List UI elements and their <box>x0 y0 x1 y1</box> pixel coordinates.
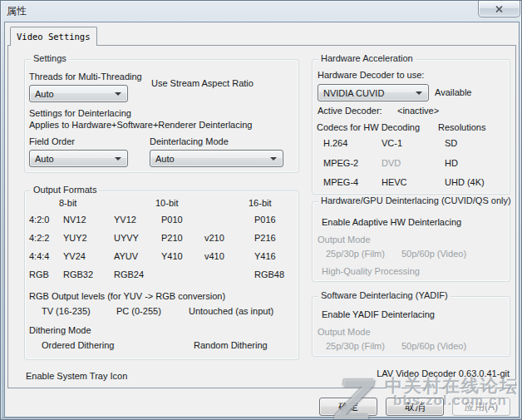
hw-decoder-label: Hardware Decoder to use: <box>318 70 424 80</box>
checkbox-hd[interactable]: HD <box>441 157 458 169</box>
checkbox-yv12[interactable]: YV12 <box>110 214 136 225</box>
radio-random-dithering[interactable]: Random Dithering <box>190 339 268 351</box>
checkbox-uhd-4k[interactable]: UHD (4K) <box>441 176 485 188</box>
format-row-label-4-2-2: 4:2:2 <box>29 233 49 243</box>
checkbox-p210[interactable]: P210 <box>157 232 183 244</box>
checkbox-enable-yadif-deinterlacing[interactable]: Enable YADIF Deinterlacing <box>318 309 435 320</box>
hw-decoder-status: Available <box>435 87 471 97</box>
deinterlacing-mode-combo-value: Auto <box>155 154 175 164</box>
cancel-button[interactable]: 取消 <box>386 398 444 416</box>
threads-label: Threads for Multi-Threading <box>29 72 142 82</box>
undefined: 50p/60p (Video) <box>401 341 466 351</box>
deinterlacing-settings-note: Applies to Hardware+Software+Renderer De… <box>29 120 252 130</box>
chevron-down-icon <box>115 92 121 96</box>
hw-decoder-combo-value: NVIDIA CUVID <box>323 88 384 98</box>
undefined: HD <box>445 158 458 168</box>
undefined: MPEG-4 <box>323 177 358 187</box>
checkbox-enable-system-tray-icon[interactable]: Enable System Tray Icon <box>22 370 127 382</box>
output-formats-title: Output Formats <box>31 185 99 195</box>
deinterlacing-mode-combo[interactable]: Auto <box>150 150 283 167</box>
checkbox-ayuv[interactable]: AYUV <box>110 250 138 262</box>
titlebar[interactable]: 属性 <box>1 1 522 22</box>
radio-pc-0-255[interactable]: PC (0-255) <box>112 305 161 317</box>
checkbox-nv12[interactable]: NV12 <box>59 214 86 225</box>
checkbox-v210[interactable]: v210 <box>200 232 224 244</box>
checkbox-y416[interactable]: Y416 <box>250 250 276 262</box>
checkbox-enable-adaptive-hw-deinterlacing[interactable]: Enable Adaptive HW Deinterlacing <box>318 216 461 228</box>
undefined: PC (0-255) <box>116 306 161 316</box>
chevron-down-icon <box>115 157 121 161</box>
apply-button: 应用(A) <box>452 398 510 416</box>
format-row-label-4-2-0: 4:2:0 <box>29 215 49 225</box>
field-order-combo[interactable]: Auto <box>29 150 128 167</box>
checkbox-mpeg-2[interactable]: MPEG-2 <box>319 157 358 169</box>
radio-25p-30p-film: 25p/30p (Film) <box>322 248 385 259</box>
checkbox-sd[interactable]: SD <box>441 137 457 149</box>
undefined: P010 <box>161 215 183 225</box>
undefined: 50p/60p (Video) <box>401 249 466 259</box>
undefined: Enable Adaptive HW Deinterlacing <box>322 217 461 227</box>
checkbox-v410[interactable]: v410 <box>200 250 224 262</box>
checkbox-mpeg-4[interactable]: MPEG-4 <box>319 176 358 188</box>
checkbox-yv24[interactable]: YV24 <box>59 250 86 262</box>
col-header-10bit: 10-bit <box>155 198 179 208</box>
checkbox-rgb32[interactable]: RGB32 <box>59 269 93 280</box>
tab-video-settings[interactable]: Video Settings <box>10 27 97 46</box>
properties-window: 属性 Video Settings Settings Threads for M… <box>0 0 522 420</box>
undefined: Use Stream Aspect Ratio <box>151 78 254 88</box>
undefined: VC-1 <box>382 138 402 148</box>
rgb-levels-title: RGB Output levels (for YUV -> RGB conver… <box>29 291 225 301</box>
close-button[interactable] <box>478 1 520 17</box>
undefined: 25p/30p (Film) <box>326 249 385 259</box>
radio-25p-30p-film: 25p/30p (Film) <box>322 340 385 352</box>
radio-50p-60p-video: 50p/60p (Video) <box>397 340 466 352</box>
hw-deinterlacing-title: Hardware/GPU Deinterlacing (CUVID/QS onl… <box>318 195 514 205</box>
undefined: UHD (4K) <box>445 177 485 187</box>
undefined: RGB24 <box>114 269 144 279</box>
checkbox-vc-1[interactable]: VC-1 <box>377 137 402 149</box>
radio-untouched-as-input[interactable]: Untouched (as input) <box>185 305 273 317</box>
chevron-down-icon <box>270 157 277 161</box>
undefined: Enable System Tray Icon <box>26 371 127 381</box>
field-order-combo-value: Auto <box>35 154 54 164</box>
active-decoder-label: Active Decoder: <box>318 106 382 116</box>
undefined: RGB32 <box>63 269 93 279</box>
resolutions-header: Resolutions <box>438 122 485 132</box>
checkbox-uyvy[interactable]: UYVY <box>110 232 139 244</box>
undefined: Y416 <box>254 251 276 261</box>
checkbox-h-264[interactable]: H.264 <box>319 137 347 149</box>
checkbox-yuy2[interactable]: YUY2 <box>59 232 87 244</box>
checkbox-p016[interactable]: P016 <box>250 214 276 225</box>
undefined: DVD <box>382 158 401 168</box>
undefined: Ordered Dithering <box>42 340 114 350</box>
radio-tv-16-235[interactable]: TV (16-235) <box>37 305 91 317</box>
undefined: RGB48 <box>254 269 284 279</box>
undefined: YV12 <box>114 215 136 225</box>
ok-button[interactable]: 确定 <box>319 398 377 416</box>
col-header-8bit: 8-bit <box>59 198 76 208</box>
checkbox-rgb24[interactable]: RGB24 <box>110 269 144 280</box>
undefined: SD <box>445 138 457 148</box>
undefined: UYVY <box>114 233 139 243</box>
undefined: HEVC <box>382 177 407 187</box>
undefined: H.264 <box>323 138 347 148</box>
undefined: AYUV <box>114 251 138 261</box>
threads-combo[interactable]: Auto <box>29 85 128 102</box>
checkbox-rgb48[interactable]: RGB48 <box>250 269 284 280</box>
checkbox-use-stream-aspect-ratio[interactable]: Use Stream Aspect Ratio <box>147 77 254 89</box>
radio-ordered-dithering[interactable]: Ordered Dithering <box>37 339 114 351</box>
checkbox-dvd: DVD <box>377 157 401 169</box>
checkbox-y410[interactable]: Y410 <box>157 250 183 262</box>
threads-combo-value: Auto <box>35 89 54 99</box>
checkbox-hevc[interactable]: HEVC <box>377 176 407 188</box>
chevron-down-icon <box>416 91 422 95</box>
undefined: Enable YADIF Deinterlacing <box>322 309 435 319</box>
codecs-header: Codecs for HW Decoding <box>317 122 420 132</box>
undefined: v410 <box>204 251 224 261</box>
checkbox-p010[interactable]: P010 <box>157 214 183 225</box>
hw-decoder-combo[interactable]: NVIDIA CUVID <box>318 84 429 101</box>
undefined: YUY2 <box>63 233 87 243</box>
checkbox-p216[interactable]: P216 <box>250 232 276 244</box>
undefined: P016 <box>254 215 276 225</box>
settings-group-title: Settings <box>31 53 69 63</box>
